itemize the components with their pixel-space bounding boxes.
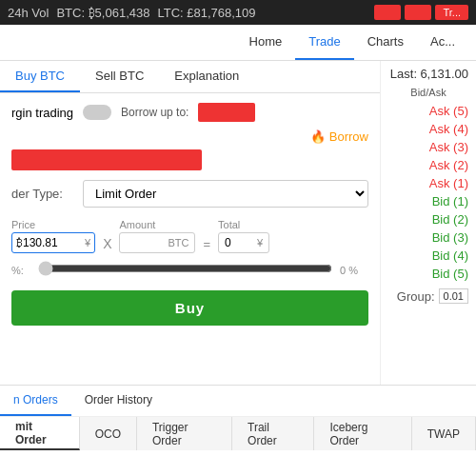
right-panel: Last: 6,131.00 Bid/Ask Ask (5) Ask (4) A… (381, 61, 476, 385)
nav-home[interactable]: Home (236, 25, 296, 60)
price-field-group: Price ¥ (11, 219, 95, 253)
bid-3[interactable]: Bid (3) (388, 228, 468, 247)
top-bar-btn-3[interactable]: Tr... (435, 5, 468, 20)
bid-1[interactable]: Bid (1) (388, 192, 468, 210)
percent-row: %: 0 % (11, 261, 368, 279)
nav-trade[interactable]: Trade (295, 25, 353, 60)
price-label: Price (11, 219, 95, 230)
order-type-tab-trigger[interactable]: Trigger Order (137, 417, 232, 450)
buy-button[interactable]: Buy (11, 290, 368, 326)
total-field-group: Total ¥ (218, 219, 269, 253)
top-bar: 24h Vol BTC: ₿5,061,438 LTC: £81,768,109… (0, 0, 476, 25)
left-panel: Buy BTC Sell BTC Explanation rgin tradin… (0, 61, 381, 385)
margin-toggle[interactable] (83, 105, 111, 120)
tab-explanation[interactable]: Explanation (159, 61, 254, 92)
amount-field-group: Amount BTC (119, 219, 195, 253)
bid-2[interactable]: Bid (2) (388, 210, 468, 228)
slider-wrap (38, 261, 332, 279)
last-price: Last: 6,131.00 (388, 67, 468, 81)
borrow-btn-label: Borrow (329, 129, 368, 144)
equals-sign: = (203, 237, 210, 253)
total-input-wrap: ¥ (218, 232, 269, 253)
trade-tabs: Buy BTC Sell BTC Explanation (0, 61, 380, 93)
margin-row: rgin trading Borrow up to: (11, 103, 368, 122)
price-amount-row: Price ¥ X Amount BTC = Total (11, 219, 368, 253)
group-row: Group: 0.01 (388, 288, 468, 304)
tab-buy-btc[interactable]: Buy BTC (0, 61, 80, 92)
top-bar-btn-2[interactable] (405, 5, 431, 20)
tab-open-orders[interactable]: n Orders (0, 386, 71, 416)
ask-3[interactable]: Ask (3) (388, 138, 468, 156)
group-value[interactable]: 0.01 (439, 288, 468, 304)
main-layout: Buy BTC Sell BTC Explanation rgin tradin… (0, 61, 476, 385)
order-type-select[interactable]: Limit Order Market Order Stop Order (83, 180, 368, 208)
tab-order-history[interactable]: Order History (71, 386, 166, 416)
price-input[interactable] (16, 236, 85, 249)
nav-items: Home Trade Charts Ac... (236, 25, 468, 60)
percent-label: %: (11, 265, 30, 276)
bottom-tabs-bar: n Orders Order History (0, 385, 476, 416)
price-unit: ¥ (85, 237, 90, 248)
last-label: Last: (390, 67, 417, 81)
amount-input[interactable] (126, 236, 164, 249)
amount-label: Amount (119, 219, 195, 230)
borrow-btn-area: 🔥 Borrow (11, 129, 368, 144)
total-input[interactable] (225, 236, 253, 249)
fire-icon: 🔥 (310, 129, 326, 144)
borrow-button[interactable]: 🔥 Borrow (310, 129, 368, 144)
ask-4[interactable]: Ask (4) (388, 120, 468, 138)
total-unit: ¥ (257, 237, 263, 248)
multiply-sign: X (103, 236, 111, 253)
percent-value: 0 % (340, 265, 368, 276)
group-label: Group: (397, 289, 435, 304)
order-type-label: der Type: (11, 187, 73, 201)
ltc-vol: LTC: £81,768,109 (157, 6, 255, 20)
last-value: 6,131.00 (420, 67, 468, 81)
nav-charts[interactable]: Charts (354, 25, 417, 60)
price-input-wrap: ¥ (11, 232, 95, 253)
order-type-tabs: mit Order OCO Trigger Order Trail Order … (0, 416, 476, 450)
top-bar-btn-1[interactable] (374, 5, 401, 20)
nav-bar: Home Trade Charts Ac... (0, 25, 476, 61)
margin-label: rgin trading (11, 106, 73, 120)
order-type-tab-trail[interactable]: Trail Order (232, 417, 314, 450)
top-bar-left: 24h Vol BTC: ₿5,061,438 LTC: £81,768,109 (8, 6, 256, 20)
order-type-tab-limit[interactable]: mit Order (0, 417, 80, 450)
bid-5[interactable]: Bid (5) (388, 265, 468, 283)
bid-ask-header: Bid/Ask (388, 87, 468, 98)
btc-vol: BTC: ₿5,061,438 (56, 6, 149, 20)
ask-5[interactable]: Ask (5) (388, 102, 468, 120)
form-area: rgin trading Borrow up to: 🔥 Borrow der … (0, 93, 380, 335)
borrow-input[interactable] (198, 103, 255, 122)
order-type-tab-iceberg[interactable]: Iceberg Order (314, 417, 411, 450)
ask-2[interactable]: Ask (2) (388, 156, 468, 174)
order-type-row: der Type: Limit Order Market Order Stop … (11, 180, 368, 208)
borrow-up-to-label: Borrow up to: (121, 106, 188, 119)
nav-account[interactable]: Ac... (417, 25, 468, 60)
order-type-tab-twap[interactable]: TWAP (412, 417, 476, 450)
order-type-tab-oco[interactable]: OCO (80, 417, 137, 450)
ask-1[interactable]: Ask (1) (388, 174, 468, 192)
total-label: Total (218, 219, 269, 230)
red-bar (11, 149, 202, 170)
amount-unit: BTC (168, 237, 188, 248)
bid-4[interactable]: Bid (4) (388, 247, 468, 265)
percent-slider[interactable] (38, 261, 332, 276)
vol-24h-label: 24h Vol (8, 6, 49, 20)
amount-input-wrap: BTC (119, 232, 195, 253)
top-bar-right: Tr... (374, 5, 468, 20)
tab-sell-btc[interactable]: Sell BTC (80, 61, 159, 92)
